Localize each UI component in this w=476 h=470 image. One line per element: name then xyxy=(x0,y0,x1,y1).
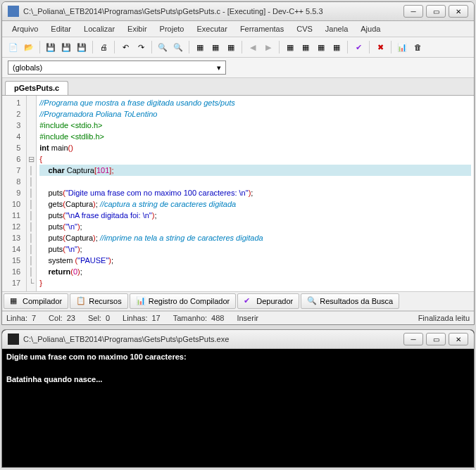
console-maximize-button[interactable]: ▭ xyxy=(426,333,446,345)
menu-janela[interactable]: Janela xyxy=(320,23,353,34)
search-results-icon: 🔍 xyxy=(307,296,317,306)
compile-icon[interactable]: ▦ xyxy=(193,40,207,54)
compile-run-icon[interactable]: ▦ xyxy=(224,40,238,54)
close-button[interactable]: ✕ xyxy=(449,5,468,18)
line-gutter: 123 456 789 101112 131415 1617 xyxy=(2,96,27,291)
menu-ferramentas[interactable]: Ferramentas xyxy=(234,23,289,34)
chevron-down-icon: ▾ xyxy=(217,63,221,72)
separator xyxy=(189,41,189,53)
nav-fwd-icon[interactable]: ▶ xyxy=(261,40,275,54)
panel4-icon[interactable]: ▦ xyxy=(330,40,344,54)
tab-recursos[interactable]: 📋Recursos xyxy=(70,293,127,309)
console-title: C:\_Poliana\_ETB2014\Programas\GetsPuts\… xyxy=(23,335,403,343)
separator xyxy=(92,41,93,53)
check-icon[interactable]: ✔ xyxy=(351,40,365,54)
menu-editar[interactable]: Editar xyxy=(45,23,77,34)
app-icon xyxy=(8,6,19,17)
menu-cvs[interactable]: CVS xyxy=(291,23,318,34)
editor-tabs: pGetsPuts.c xyxy=(2,78,474,96)
console-titlebar: C:\_Poliana\_ETB2014\Programas\GetsPuts\… xyxy=(2,330,474,349)
separator xyxy=(242,41,242,53)
save-as-icon[interactable]: 💾 xyxy=(75,40,89,54)
undo-icon[interactable]: ↶ xyxy=(118,40,132,54)
code-area[interactable]: //Programa que mostra a frase digitada u… xyxy=(37,96,474,291)
menu-arquivo[interactable]: Arquivo xyxy=(6,23,44,34)
save-icon[interactable]: 💾 xyxy=(44,40,58,54)
debug-icon: ✔ xyxy=(244,296,253,306)
replace-icon[interactable]: 🔍 xyxy=(171,40,185,54)
separator xyxy=(114,41,115,53)
run-icon[interactable]: ▦ xyxy=(208,40,223,54)
log-icon: 📊 xyxy=(136,296,146,306)
find-icon[interactable]: 🔍 xyxy=(156,40,170,54)
scope-row: (globals) ▾ xyxy=(2,58,474,78)
chart-icon[interactable]: 📊 xyxy=(395,40,409,54)
separator xyxy=(391,41,392,53)
menu-projeto[interactable]: Projeto xyxy=(154,23,190,34)
save-all-icon[interactable]: 💾 xyxy=(59,40,73,54)
new-file-icon[interactable]: 📄 xyxy=(6,40,20,54)
menu-ajuda[interactable]: Ajuda xyxy=(355,23,386,34)
resources-icon: 📋 xyxy=(76,296,86,306)
fold-column: ⊟ ││││││││││└ xyxy=(27,96,37,291)
open-file-icon[interactable]: 📂 xyxy=(22,40,36,54)
menu-executar[interactable]: Executar xyxy=(191,23,232,34)
console-minimize-button[interactable]: ─ xyxy=(403,333,423,345)
statusbar: Linha:7 Col:23 Sel:0 Linhas:17 Tamanho:4… xyxy=(2,311,474,324)
compiler-icon: ▦ xyxy=(10,296,20,306)
fold-toggle-icon[interactable]: ⊟ xyxy=(27,153,36,165)
code-editor[interactable]: 123 456 789 101112 131415 1617 ⊟ │││││││… xyxy=(2,96,474,291)
console-icon xyxy=(8,334,19,345)
redo-icon[interactable]: ↷ xyxy=(134,40,148,54)
trash-icon[interactable]: 🗑 xyxy=(411,40,425,54)
toolbar: 📄 📂 💾 💾 💾 🖨 ↶ ↷ 🔍 🔍 ▦ ▦ ▦ ◀ ▶ ▦ ▦ ▦ ▦ ✔ … xyxy=(2,37,474,58)
titlebar: C:\_Poliana\_ETB2014\Programas\GetsPuts\… xyxy=(2,2,474,21)
console-window-controls: ─ ▭ ✕ xyxy=(403,333,468,345)
maximize-button[interactable]: ▭ xyxy=(426,5,446,18)
separator xyxy=(39,41,40,53)
tab-compilador[interactable]: ▦Compilador xyxy=(4,293,68,309)
scope-combo[interactable]: (globals) ▾ xyxy=(8,61,226,75)
scope-value: (globals) xyxy=(13,63,42,72)
window-controls: ─ ▭ ✕ xyxy=(403,5,468,18)
minimize-button[interactable]: ─ xyxy=(403,5,423,18)
tab-depurador[interactable]: ✔Depurador xyxy=(237,293,299,309)
separator xyxy=(369,41,370,53)
menu-localizar[interactable]: Localizar xyxy=(78,23,120,34)
console-window: C:\_Poliana\_ETB2014\Programas\GetsPuts\… xyxy=(1,329,475,468)
panel1-icon[interactable]: ▦ xyxy=(283,40,297,54)
console-close-button[interactable]: ✕ xyxy=(449,333,468,345)
ide-window: C:\_Poliana\_ETB2014\Programas\GetsPuts\… xyxy=(1,1,475,325)
menu-exibir[interactable]: Exibir xyxy=(122,23,153,34)
console-output[interactable]: Digite uma frase com no maximo 100 carac… xyxy=(2,349,474,467)
window-title: C:\_Poliana\_ETB2014\Programas\GetsPuts\… xyxy=(23,7,403,15)
panel3-icon[interactable]: ▦ xyxy=(314,40,328,54)
separator xyxy=(347,41,348,53)
tab-file[interactable]: pGetsPuts.c xyxy=(5,81,68,95)
separator xyxy=(151,41,152,53)
separator xyxy=(279,41,280,53)
panel2-icon[interactable]: ▦ xyxy=(299,40,313,54)
nav-back-icon[interactable]: ◀ xyxy=(246,40,260,54)
bottom-tabs: ▦Compilador 📋Recursos 📊Registro do Compi… xyxy=(2,291,474,311)
print-icon[interactable]: 🖨 xyxy=(96,40,111,54)
tab-busca[interactable]: 🔍Resultados da Busca xyxy=(301,293,399,309)
menubar: Arquivo Editar Localizar Exibir Projeto … xyxy=(2,21,474,37)
tab-registro[interactable]: 📊Registro do Compilador xyxy=(130,293,237,309)
cancel-icon[interactable]: ✖ xyxy=(373,40,387,54)
